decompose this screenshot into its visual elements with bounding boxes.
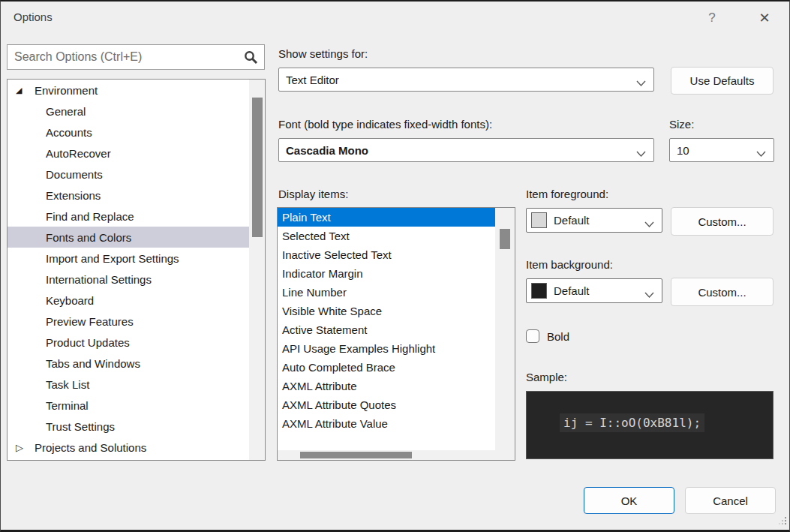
tree-item-label: Trust Settings	[46, 420, 115, 433]
tree-item[interactable]: Product Updates	[8, 332, 249, 353]
tree-item[interactable]: Terminal	[8, 395, 249, 416]
tree-item-label: General	[46, 105, 86, 118]
tree-item[interactable]: Task List	[8, 374, 249, 395]
display-item[interactable]: Active Statement	[278, 320, 495, 339]
display-items-listbox: Plain TextSelected TextInactive Selected…	[277, 207, 515, 461]
chevron-down-icon[interactable]	[636, 77, 646, 90]
display-item-label: Indicator Margin	[282, 267, 363, 280]
tree-scrollbar-track[interactable]	[249, 80, 265, 460]
display-item[interactable]: AXML Attribute	[278, 377, 495, 395]
tree-item[interactable]: Keyboard	[8, 290, 249, 311]
chevron-down-icon[interactable]	[644, 218, 654, 231]
tree-item[interactable]: Documents	[8, 164, 249, 185]
list-vscrollbar-track[interactable]	[495, 208, 515, 460]
custom-foreground-button[interactable]: Custom...	[671, 207, 773, 236]
options-dialog: Options ? ✕ ◢EnvironmentGeneralAccountsA…	[0, 0, 790, 532]
tree-item-label: Import and Export Settings	[46, 252, 179, 265]
item-background-combobox[interactable]: Default	[526, 278, 662, 303]
display-item-label: Auto Completed Brace	[282, 361, 395, 374]
search-icon[interactable]	[244, 50, 258, 68]
search-input[interactable]	[14, 47, 239, 68]
item-background-value: Default	[554, 279, 590, 302]
help-icon[interactable]: ?	[703, 9, 721, 27]
font-combobox[interactable]: Cascadia Mono	[278, 138, 654, 162]
tree-item-label: International Settings	[46, 273, 152, 286]
tree-item[interactable]: Accounts	[8, 122, 249, 143]
font-value: Cascadia Mono	[286, 139, 368, 161]
tree-item[interactable]: Extensions	[8, 185, 249, 206]
bold-checkbox[interactable]	[526, 329, 539, 343]
list-hscrollbar-track[interactable]	[278, 450, 495, 460]
list-vscrollbar-thumb[interactable]	[500, 229, 510, 249]
ok-button[interactable]: OK	[584, 487, 674, 514]
tree-scrollbar-thumb[interactable]	[252, 98, 263, 237]
show-settings-label: Show settings for:	[278, 47, 368, 60]
item-background-label: Item background:	[526, 258, 613, 271]
size-value: 10	[677, 139, 689, 161]
tree-item[interactable]: Find and Replace	[8, 206, 249, 227]
display-item[interactable]: AXML Attribute Value	[278, 414, 495, 433]
sample-label: Sample:	[526, 371, 567, 383]
expander-collapsed-icon[interactable]: ▷	[16, 442, 35, 453]
close-icon[interactable]: ✕	[754, 8, 775, 28]
display-item-label: Visible White Space	[282, 305, 382, 317]
size-label: Size:	[669, 118, 694, 131]
list-hscrollbar-thumb[interactable]	[300, 452, 412, 458]
display-item-label: Line Number	[282, 286, 347, 299]
tree-item-label: Keyboard	[46, 294, 94, 307]
font-label: Font (bold type indicates fixed-width fo…	[278, 118, 492, 131]
size-combobox[interactable]: 10	[669, 138, 774, 162]
tree-item-label: Documents	[46, 168, 103, 181]
tree-item[interactable]: Fonts and Colors	[8, 227, 249, 248]
display-item[interactable]: Inactive Selected Text	[278, 245, 495, 264]
chevron-down-icon[interactable]	[756, 147, 766, 161]
tree-item[interactable]: Tabs and Windows	[8, 353, 249, 374]
tree-item[interactable]: ▷Projects and Solutions	[8, 437, 249, 458]
display-item[interactable]: AXML Attribute Quotes	[278, 395, 495, 414]
item-foreground-combobox[interactable]: Default	[526, 208, 662, 233]
tree-item-label: Accounts	[46, 126, 92, 139]
options-tree-panel: ◢EnvironmentGeneralAccountsAutoRecoverDo…	[7, 79, 266, 461]
tree-item[interactable]: Trust Settings	[8, 416, 249, 437]
tree-item[interactable]: General	[8, 101, 249, 122]
display-item-label: AXML Attribute Value	[282, 417, 388, 430]
display-item[interactable]: Selected Text	[278, 227, 495, 245]
use-defaults-button[interactable]: Use Defaults	[671, 67, 773, 95]
show-settings-value: Text Editor	[286, 68, 339, 91]
tree-item[interactable]: Import and Export Settings	[8, 248, 249, 269]
title-bar: Options ? ✕	[1, 2, 789, 35]
tree-item-label: Terminal	[46, 399, 89, 412]
display-item[interactable]: API Usage Examples Highlight	[278, 339, 495, 358]
tree-item-label: Preview Features	[46, 315, 134, 328]
cancel-button[interactable]: Cancel	[685, 487, 776, 514]
tree-item[interactable]: ◢Environment	[8, 80, 249, 101]
tree-item-label: Task List	[46, 378, 89, 391]
tree-item-label: Tabs and Windows	[46, 357, 140, 370]
search-box[interactable]	[7, 44, 265, 70]
resize-grip-icon[interactable]	[778, 515, 787, 528]
bold-checkbox-label[interactable]: Bold	[547, 330, 569, 343]
custom-background-button[interactable]: Custom...	[671, 278, 773, 306]
display-item[interactable]: Visible White Space	[278, 302, 495, 320]
show-settings-combobox[interactable]: Text Editor	[278, 68, 654, 92]
display-item[interactable]: Line Number	[278, 283, 495, 302]
tree-item-label: Extensions	[46, 189, 101, 202]
display-item[interactable]: Plain Text	[278, 208, 495, 227]
environment-tree: ◢EnvironmentGeneralAccountsAutoRecoverDo…	[8, 80, 249, 458]
chevron-down-icon[interactable]	[636, 147, 646, 161]
tree-item-label: Find and Replace	[46, 210, 134, 223]
tree-item[interactable]: International Settings	[8, 269, 249, 290]
tree-item[interactable]: AutoRecover	[8, 143, 249, 164]
display-item[interactable]: Indicator Margin	[278, 264, 495, 283]
item-foreground-value: Default	[554, 209, 590, 232]
display-item-label: API Usage Examples Highlight	[282, 342, 435, 355]
display-item-label: AXML Attribute Quotes	[282, 398, 396, 411]
display-item-label: Active Statement	[282, 323, 367, 336]
chevron-down-icon[interactable]	[644, 288, 654, 302]
display-item[interactable]: Auto Completed Brace	[278, 358, 495, 377]
expander-expanded-icon[interactable]: ◢	[16, 86, 35, 95]
dialog-title: Options	[14, 11, 53, 23]
tree-item[interactable]: Preview Features	[8, 311, 249, 332]
item-foreground-label: Item foreground:	[526, 188, 608, 200]
tree-item-label: AutoRecover	[46, 147, 111, 160]
